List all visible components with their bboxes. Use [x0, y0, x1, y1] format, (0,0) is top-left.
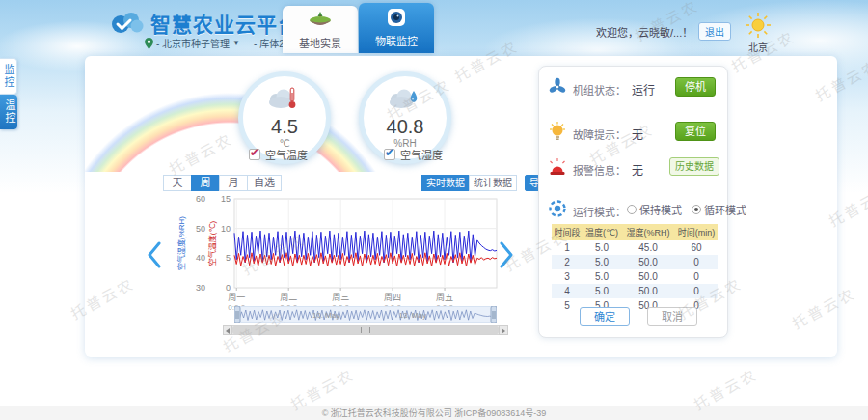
tab-iot-monitor[interactable]: 物联监控 [359, 3, 434, 53]
svg-text:15: 15 [221, 194, 231, 204]
svg-text:周五: 周五 [436, 293, 453, 302]
table-row[interactable]: 15.045.060 [552, 240, 718, 255]
col-humidity: 湿度(%RH) [621, 224, 675, 240]
svg-text:50: 50 [196, 224, 205, 234]
main-chart: 周一0:0:0周二0:0:0周三0:0:0周四0:0:0周五0:0:030405… [176, 191, 520, 316]
chevron-down-icon[interactable]: ▼ [232, 39, 240, 47]
temperature-checkbox-row[interactable]: ✔ 空气温度 [249, 147, 308, 162]
tab-label: 基地实景 [283, 35, 358, 50]
scroll-left-icon[interactable] [223, 325, 232, 335]
footer: © 浙江托普云农科技股份有限公司 浙ICP备09083614号-39 [0, 406, 868, 420]
table-row[interactable]: 45.050.00 [552, 284, 718, 298]
realtime-data-button[interactable]: 实时数据 [421, 175, 470, 191]
checkbox-label: 空气湿度 [400, 147, 443, 162]
weather-city: 北京 [745, 40, 772, 54]
cell: 5.0 [583, 269, 621, 284]
logout-button[interactable]: 退出 [698, 22, 731, 41]
alarm-value: 无 [632, 161, 643, 178]
check-icon: ✔ [385, 146, 394, 159]
location-pin-icon [145, 38, 153, 49]
alarm-icon [548, 157, 567, 177]
cell: 0 [675, 284, 718, 298]
svg-text:空气湿度(%RH): 空气湿度(%RH) [176, 216, 186, 270]
confirm-button[interactable]: 确定 [580, 307, 630, 326]
stop-button[interactable]: 停机 [675, 77, 716, 97]
cell: 5.0 [583, 255, 621, 269]
col-period: 时间段 [552, 224, 583, 240]
cell: 50.0 [621, 284, 675, 298]
location-org[interactable]: - 北京市种子管理 [156, 36, 230, 50]
svg-text:10. May: 10. May [312, 311, 339, 320]
page-title: 智慧农业云平台 [150, 9, 299, 38]
stats-data-button[interactable]: 统计数据 [469, 175, 517, 191]
cell: 45.0 [621, 240, 675, 255]
scroll-right-icon[interactable] [499, 325, 508, 335]
thermometer-cloud-icon [267, 86, 302, 111]
radio-icon[interactable] [692, 205, 701, 214]
cell: 5 [552, 298, 583, 313]
camera-icon [385, 8, 408, 29]
svg-text:周三: 周三 [332, 293, 349, 302]
tab-label: 物联监控 [359, 33, 434, 48]
fault-label: 故障提示： [573, 126, 626, 142]
run-mode-icon [548, 199, 567, 218]
cancel-button[interactable]: 取消 [647, 307, 697, 326]
cell: 50.0 [621, 269, 675, 284]
cell: 1 [552, 240, 583, 255]
table-header-row: 时间段 温度(℃) 湿度(%RH) 时间(min) [552, 224, 718, 240]
svg-text:10: 10 [221, 224, 231, 234]
radio-label: 保持模式 [639, 202, 682, 217]
tab-base-view[interactable]: 基地实景 [283, 6, 358, 53]
scrollbar-track[interactable] [232, 325, 499, 335]
checkbox-humidity[interactable]: ✔ [384, 149, 395, 160]
checkbox-label: 空气温度 [265, 147, 308, 162]
svg-text:空气温度(℃): 空气温度(℃) [207, 221, 217, 266]
sidebar-tab-monitor[interactable]: 监控 [0, 58, 17, 95]
radio-label: 循环模式 [704, 202, 746, 217]
reset-button[interactable]: 复位 [675, 122, 716, 141]
svg-text:5: 5 [226, 253, 231, 263]
radio-mode-0[interactable]: 保持模式 [627, 202, 682, 217]
cell: 5.0 [583, 240, 621, 255]
cell: 0 [675, 269, 718, 284]
location-room[interactable]: - 库体2 [254, 36, 285, 50]
sidebar-tab-temp-control[interactable]: 温控 [0, 95, 17, 129]
svg-text:13. May: 13. May [399, 311, 426, 320]
scrollbar-thumb[interactable] [232, 326, 499, 334]
run-mode-label: 运行模式： [573, 204, 626, 219]
checkbox-temperature[interactable]: ✔ [249, 149, 260, 160]
footer-text: 浙江托普云农科技股份有限公司 浙ICP备09083614号-39 [331, 408, 547, 418]
tab-custom[interactable]: 自选 [247, 175, 282, 191]
cell: 5.0 [583, 284, 621, 298]
radio-mode-1[interactable]: 循环模式 [692, 202, 746, 217]
tab-month[interactable]: 月 [219, 175, 248, 191]
cell: 2 [552, 255, 583, 269]
history-data-button[interactable]: 历史数据 [669, 157, 719, 176]
cell: 3 [552, 269, 583, 284]
tab-day[interactable]: 天 [163, 175, 192, 191]
table-row[interactable]: 35.050.00 [552, 269, 718, 284]
chart-scrollbar[interactable] [223, 325, 508, 335]
unit-status-value: 运行 [632, 81, 655, 98]
copyright-icon: © [322, 408, 329, 418]
cell: 0 [675, 255, 718, 269]
cell: 50.0 [621, 255, 675, 269]
chart-next-arrow[interactable] [499, 241, 514, 268]
svg-text:周一: 周一 [228, 293, 245, 302]
alarm-label: 报警信息： [573, 162, 626, 178]
chart-prev-arrow[interactable] [147, 241, 162, 268]
droplet-cloud-icon [388, 86, 422, 111]
humidity-checkbox-row[interactable]: ✔ 空气湿度 [384, 147, 443, 162]
table-row[interactable]: 25.050.00 [552, 255, 718, 269]
radio-icon[interactable] [627, 205, 637, 214]
breadcrumb: - 北京市种子管理 ▼ - 库体2 ▼ [145, 36, 295, 50]
svg-text:周二: 周二 [280, 293, 297, 302]
svg-text:30: 30 [196, 283, 205, 293]
chart-navigator[interactable]: 10. May13. May [234, 306, 497, 326]
tab-week[interactable]: 周 [191, 175, 220, 191]
svg-text:周四: 周四 [384, 293, 401, 302]
fan-icon [548, 77, 567, 97]
welcome-text: 欢迎您，云晓敏/...！ [596, 24, 692, 40]
schedule-table: 时间段 温度(℃) 湿度(%RH) 时间(min) 15.045.060 25.… [552, 224, 718, 313]
bulb-icon [549, 122, 566, 143]
